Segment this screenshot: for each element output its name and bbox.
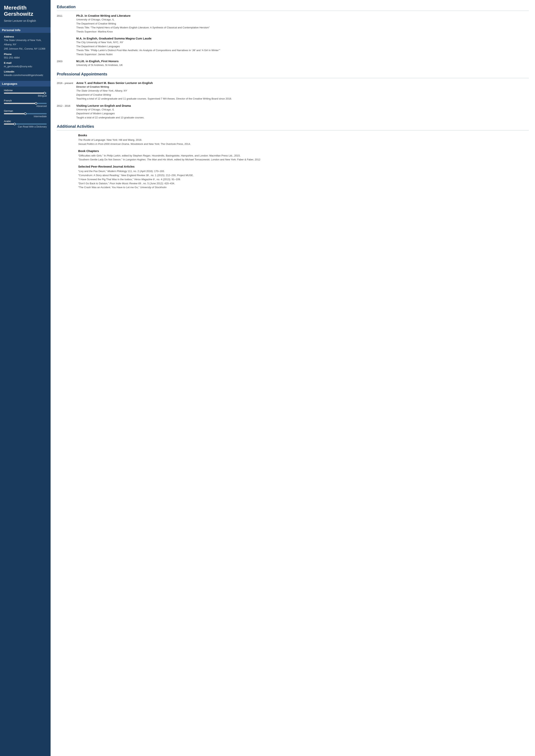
education-entry: 2011Ph.D. in Creative Writing and Litera… bbox=[57, 14, 529, 34]
phone-value: 551-251-4884 bbox=[4, 56, 47, 60]
entry-content: M.Litt. in English, First HonorsUniversi… bbox=[76, 60, 529, 67]
activity-item: “The Crash Was an Accident. You Have to … bbox=[78, 185, 529, 190]
email-label: E-mail bbox=[4, 62, 47, 64]
main-content: Education 2011Ph.D. in Creative Writing … bbox=[51, 0, 535, 756]
entry-heading: M.A. in English, Graduated Summa Magna C… bbox=[76, 37, 529, 40]
email-value: m_gershowitz@suny.edu bbox=[4, 65, 47, 68]
appointments-entries: 2016 - presentAnne T. and Robert M. Bass… bbox=[57, 81, 529, 120]
lang-level: Intermediate bbox=[4, 115, 47, 118]
personal-info-section-title: Personal Info bbox=[0, 27, 51, 33]
lang-name: German bbox=[4, 109, 47, 112]
activities-section-title: Additional Activities bbox=[57, 124, 529, 129]
activity-item: “Don’t Go Back to Dalston,” Poor Indie M… bbox=[78, 181, 529, 186]
activity-section: Book Chapters“Difficulties with Girls.” … bbox=[57, 149, 529, 162]
lang-bar bbox=[4, 113, 47, 114]
entry-heading: Visiting Lecturer on English and Drama bbox=[76, 104, 529, 107]
sidebar-name: Meredith Gershowitz bbox=[4, 5, 47, 17]
activity-item: Sexual Politics in Post-2000 American Dr… bbox=[78, 142, 529, 146]
entry-line: Teaching a total of 12 undergraduate and… bbox=[76, 97, 529, 101]
entry-content: Anne T. and Robert M. Bass Senior Lectur… bbox=[76, 81, 529, 101]
activity-item: “Southern Gentle Lady Do Not Swoon.” In … bbox=[78, 158, 529, 162]
activity-heading: Book Chapters bbox=[78, 149, 529, 152]
address-label: Address bbox=[4, 35, 47, 38]
lang-name: Hebrew bbox=[4, 89, 47, 92]
education-entry: 2003M.Litt. in English, First HonorsUniv… bbox=[57, 60, 529, 67]
activity-section: Selected Peer-Reviewed Journal Articles“… bbox=[57, 165, 529, 190]
education-section-title: Education bbox=[57, 5, 529, 9]
appointment-entry: 2016 - presentAnne T. and Robert M. Bass… bbox=[57, 81, 529, 101]
lang-bar bbox=[4, 123, 47, 124]
lang-bar bbox=[4, 103, 47, 104]
entry-line: Thesis Supervisor: Martina Knox bbox=[76, 30, 529, 34]
entry-italic-line: University of Chicago, Chicago, IL bbox=[76, 108, 529, 112]
address-line-2: Albany, NY bbox=[4, 43, 47, 46]
activity-item: The Rustle of Language. New York: Hill a… bbox=[78, 138, 529, 142]
entry-line: Thesis Title: “Philip Larkin’s Distinct … bbox=[76, 48, 529, 52]
entry-italic-line: The State University of New York, Albany… bbox=[76, 89, 529, 93]
address-line-1: The State University of New York, bbox=[4, 39, 47, 42]
entry-italic-line: Department of Modern Languages bbox=[76, 112, 529, 116]
entry-line: The Department of Creative Writing bbox=[76, 22, 529, 26]
activity-item: “Livy and the Pax Deum,” Modern Philolog… bbox=[78, 169, 529, 174]
lang-name: French bbox=[4, 99, 47, 102]
languages-section-title: Languages bbox=[0, 81, 51, 87]
entry-line: University of Chicago, Chicago, IL bbox=[76, 18, 529, 22]
entry-line: University of St Andrews, St Andrews, UK bbox=[76, 63, 529, 67]
entry-line: Taught a total of 22 undergraduate and 1… bbox=[76, 116, 529, 120]
activity-item: “Conundrum: A Story about Reading,” New … bbox=[78, 174, 529, 177]
address-line-3: 295 Johnson Rd., Corona, NY 11368 bbox=[4, 47, 47, 50]
entry-heading: M.Litt. in English, First Honors bbox=[76, 60, 529, 63]
entry-year: 2016 - present bbox=[57, 81, 76, 101]
activity-item: “Difficulties with Girls.” In Philip Lar… bbox=[78, 154, 529, 158]
sidebar: Meredith Gershowitz Senior Lecturer on E… bbox=[0, 0, 51, 756]
entry-line: The Department of Modern Languages bbox=[76, 44, 529, 48]
activity-item: “I Have Screwed the Pig That Was in the … bbox=[78, 177, 529, 181]
sidebar-subtitle: Senior Lecturer on English bbox=[4, 19, 47, 23]
languages-list: HebrewBilingualFrenchAdvancedGermanInter… bbox=[4, 89, 47, 128]
appointments-section-title: Professional Appointments bbox=[57, 72, 529, 76]
entry-year: 2011 bbox=[57, 14, 76, 34]
activities-content: BooksThe Rustle of Language. New York: H… bbox=[57, 134, 529, 190]
lang-bar bbox=[4, 93, 47, 94]
education-divider bbox=[57, 11, 529, 11]
appointment-entry: 2012 - 2016Visiting Lecturer on English … bbox=[57, 104, 529, 120]
entry-line: Thesis Supervisor: James Nutini bbox=[76, 52, 529, 56]
entry-content: M.A. in English, Graduated Summa Magna C… bbox=[76, 37, 529, 56]
education-entry: M.A. in English, Graduated Summa Magna C… bbox=[57, 37, 529, 56]
entry-heading: Anne T. and Robert M. Bass Senior Lectur… bbox=[76, 81, 529, 85]
entry-year bbox=[57, 37, 76, 56]
activity-heading: Books bbox=[78, 134, 529, 137]
linkedin-value: linkedin.com/in/meredithgershowitz bbox=[4, 73, 47, 77]
activity-section: BooksThe Rustle of Language. New York: H… bbox=[57, 134, 529, 146]
entry-line: The City University of New York, NYC, NY bbox=[76, 40, 529, 44]
education-entries: 2011Ph.D. in Creative Writing and Litera… bbox=[57, 14, 529, 67]
lang-level: Bilingual bbox=[4, 94, 47, 97]
phone-label: Phone bbox=[4, 53, 47, 56]
lang-name: Arabic bbox=[4, 120, 47, 123]
entry-heading: Ph.D. in Creative Writing and Literature bbox=[76, 14, 529, 17]
entry-subheading: Director of Creative Writing bbox=[76, 85, 529, 89]
entry-content: Visiting Lecturer on English and DramaUn… bbox=[76, 104, 529, 120]
entry-line: Thesis Title: “The Hybrid Hero of Early … bbox=[76, 26, 529, 30]
entry-year: 2003 bbox=[57, 60, 76, 67]
entry-content: Ph.D. in Creative Writing and Literature… bbox=[76, 14, 529, 34]
lang-level: Advanced bbox=[4, 105, 47, 107]
activity-heading: Selected Peer-Reviewed Journal Articles bbox=[78, 165, 529, 168]
entry-year: 2012 - 2016 bbox=[57, 104, 76, 120]
entry-italic-line: Department of Creative Writing bbox=[76, 93, 529, 97]
lang-level: Can Read With a Dictionary bbox=[4, 125, 47, 128]
linkedin-label: LinkedIn bbox=[4, 70, 47, 73]
